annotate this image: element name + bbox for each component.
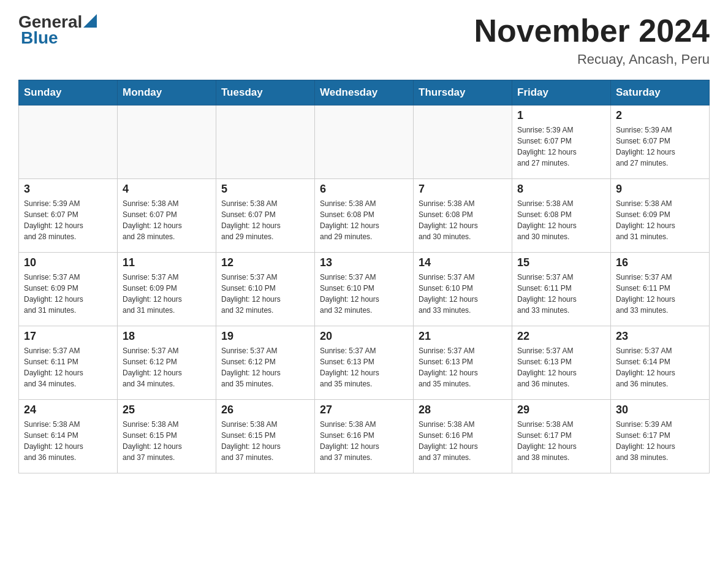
day-info: Sunrise: 5:37 AM Sunset: 6:09 PM Dayligh…	[24, 272, 112, 316]
day-info: Sunrise: 5:37 AM Sunset: 6:12 PM Dayligh…	[221, 345, 309, 389]
day-number: 2	[616, 109, 704, 122]
day-info: Sunrise: 5:39 AM Sunset: 6:07 PM Dayligh…	[24, 198, 112, 242]
day-info: Sunrise: 5:37 AM Sunset: 6:14 PM Dayligh…	[616, 345, 704, 389]
day-number: 13	[320, 256, 408, 269]
day-info: Sunrise: 5:37 AM Sunset: 6:10 PM Dayligh…	[419, 272, 507, 316]
calendar-cell: 22Sunrise: 5:37 AM Sunset: 6:13 PM Dayli…	[512, 326, 611, 400]
logo-triangle-icon	[83, 14, 97, 28]
week-row-1: 1Sunrise: 5:39 AM Sunset: 6:07 PM Daylig…	[19, 105, 710, 179]
day-info: Sunrise: 5:39 AM Sunset: 6:07 PM Dayligh…	[616, 124, 704, 169]
logo: General Blue	[18, 12, 97, 48]
day-number: 21	[419, 330, 507, 343]
day-number: 30	[616, 404, 704, 416]
calendar-cell: 19Sunrise: 5:37 AM Sunset: 6:12 PM Dayli…	[216, 326, 315, 400]
calendar-header-row: SundayMondayTuesdayWednesdayThursdayFrid…	[19, 80, 710, 105]
day-number: 9	[616, 183, 704, 196]
day-number: 15	[517, 256, 605, 269]
calendar-cell: 8Sunrise: 5:38 AM Sunset: 6:08 PM Daylig…	[512, 179, 611, 253]
calendar-cell: 27Sunrise: 5:38 AM Sunset: 6:16 PM Dayli…	[315, 400, 414, 473]
day-number: 16	[616, 256, 704, 269]
calendar-cell: 21Sunrise: 5:37 AM Sunset: 6:13 PM Dayli…	[414, 326, 512, 400]
calendar-title: November 2024	[474, 12, 710, 49]
day-number: 23	[616, 330, 704, 343]
day-info: Sunrise: 5:37 AM Sunset: 6:10 PM Dayligh…	[320, 272, 408, 316]
day-number: 28	[419, 404, 507, 416]
day-info: Sunrise: 5:37 AM Sunset: 6:09 PM Dayligh…	[123, 272, 211, 316]
calendar-title-area: November 2024 Recuay, Ancash, Peru	[474, 12, 710, 67]
calendar-cell: 30Sunrise: 5:39 AM Sunset: 6:17 PM Dayli…	[611, 400, 710, 473]
day-number: 29	[517, 404, 605, 416]
day-info: Sunrise: 5:37 AM Sunset: 6:11 PM Dayligh…	[616, 272, 704, 316]
calendar-cell: 2Sunrise: 5:39 AM Sunset: 6:07 PM Daylig…	[611, 105, 710, 179]
calendar-subtitle: Recuay, Ancash, Peru	[474, 52, 710, 67]
day-number: 14	[419, 256, 507, 269]
calendar-cell: 5Sunrise: 5:38 AM Sunset: 6:07 PM Daylig…	[216, 179, 315, 253]
calendar-cell: 3Sunrise: 5:39 AM Sunset: 6:07 PM Daylig…	[19, 179, 118, 253]
day-info: Sunrise: 5:38 AM Sunset: 6:08 PM Dayligh…	[517, 198, 605, 242]
day-of-week-header-sunday: Sunday	[19, 80, 118, 105]
calendar-cell: 23Sunrise: 5:37 AM Sunset: 6:14 PM Dayli…	[611, 326, 710, 400]
calendar-cell: 7Sunrise: 5:38 AM Sunset: 6:08 PM Daylig…	[414, 179, 512, 253]
day-info: Sunrise: 5:37 AM Sunset: 6:11 PM Dayligh…	[24, 345, 112, 389]
day-number: 8	[517, 183, 605, 196]
day-number: 20	[320, 330, 408, 343]
calendar-cell: 28Sunrise: 5:38 AM Sunset: 6:16 PM Dayli…	[414, 400, 512, 473]
day-info: Sunrise: 5:38 AM Sunset: 6:09 PM Dayligh…	[616, 198, 704, 242]
day-number: 17	[24, 330, 112, 343]
calendar-cell	[315, 105, 414, 179]
calendar-cell: 18Sunrise: 5:37 AM Sunset: 6:12 PM Dayli…	[118, 326, 216, 400]
day-info: Sunrise: 5:37 AM Sunset: 6:13 PM Dayligh…	[320, 345, 408, 389]
day-of-week-header-friday: Friday	[512, 80, 611, 105]
calendar-cell: 6Sunrise: 5:38 AM Sunset: 6:08 PM Daylig…	[315, 179, 414, 253]
day-number: 24	[24, 404, 112, 416]
calendar-cell: 1Sunrise: 5:39 AM Sunset: 6:07 PM Daylig…	[512, 105, 611, 179]
day-info: Sunrise: 5:38 AM Sunset: 6:08 PM Dayligh…	[419, 198, 507, 242]
week-row-4: 17Sunrise: 5:37 AM Sunset: 6:11 PM Dayli…	[19, 326, 710, 400]
calendar-cell	[414, 105, 512, 179]
day-number: 1	[517, 109, 605, 122]
day-info: Sunrise: 5:38 AM Sunset: 6:08 PM Dayligh…	[320, 198, 408, 242]
page-header: General Blue November 2024 Recuay, Ancas…	[18, 12, 710, 67]
day-of-week-header-thursday: Thursday	[414, 80, 512, 105]
day-of-week-header-monday: Monday	[118, 80, 216, 105]
calendar-cell	[19, 105, 118, 179]
calendar-cell: 26Sunrise: 5:38 AM Sunset: 6:15 PM Dayli…	[216, 400, 315, 473]
day-number: 19	[221, 330, 309, 343]
calendar-cell: 4Sunrise: 5:38 AM Sunset: 6:07 PM Daylig…	[118, 179, 216, 253]
day-info: Sunrise: 5:37 AM Sunset: 6:10 PM Dayligh…	[221, 272, 309, 316]
logo-blue-text: Blue	[21, 28, 58, 48]
day-info: Sunrise: 5:38 AM Sunset: 6:07 PM Dayligh…	[221, 198, 309, 242]
day-number: 27	[320, 404, 408, 416]
day-of-week-header-saturday: Saturday	[611, 80, 710, 105]
svg-marker-0	[83, 14, 97, 28]
calendar-cell: 15Sunrise: 5:37 AM Sunset: 6:11 PM Dayli…	[512, 253, 611, 326]
day-number: 6	[320, 183, 408, 196]
day-number: 4	[123, 183, 211, 196]
day-number: 12	[221, 256, 309, 269]
day-number: 22	[517, 330, 605, 343]
calendar-cell	[118, 105, 216, 179]
day-number: 18	[123, 330, 211, 343]
calendar-cell: 17Sunrise: 5:37 AM Sunset: 6:11 PM Dayli…	[19, 326, 118, 400]
day-info: Sunrise: 5:38 AM Sunset: 6:15 PM Dayligh…	[221, 419, 309, 463]
day-info: Sunrise: 5:37 AM Sunset: 6:11 PM Dayligh…	[517, 272, 605, 316]
day-info: Sunrise: 5:37 AM Sunset: 6:12 PM Dayligh…	[123, 345, 211, 389]
day-info: Sunrise: 5:38 AM Sunset: 6:16 PM Dayligh…	[419, 419, 507, 463]
calendar-cell: 24Sunrise: 5:38 AM Sunset: 6:14 PM Dayli…	[19, 400, 118, 473]
calendar-cell: 25Sunrise: 5:38 AM Sunset: 6:15 PM Dayli…	[118, 400, 216, 473]
calendar-table: SundayMondayTuesdayWednesdayThursdayFrid…	[18, 80, 710, 473]
calendar-cell: 29Sunrise: 5:38 AM Sunset: 6:17 PM Dayli…	[512, 400, 611, 473]
day-number: 11	[123, 256, 211, 269]
calendar-cell: 13Sunrise: 5:37 AM Sunset: 6:10 PM Dayli…	[315, 253, 414, 326]
week-row-5: 24Sunrise: 5:38 AM Sunset: 6:14 PM Dayli…	[19, 400, 710, 473]
day-info: Sunrise: 5:38 AM Sunset: 6:16 PM Dayligh…	[320, 419, 408, 463]
calendar-cell: 12Sunrise: 5:37 AM Sunset: 6:10 PM Dayli…	[216, 253, 315, 326]
calendar-cell: 16Sunrise: 5:37 AM Sunset: 6:11 PM Dayli…	[611, 253, 710, 326]
day-info: Sunrise: 5:38 AM Sunset: 6:17 PM Dayligh…	[517, 419, 605, 463]
day-info: Sunrise: 5:37 AM Sunset: 6:13 PM Dayligh…	[419, 345, 507, 389]
day-number: 25	[123, 404, 211, 416]
calendar-cell: 11Sunrise: 5:37 AM Sunset: 6:09 PM Dayli…	[118, 253, 216, 326]
day-info: Sunrise: 5:39 AM Sunset: 6:07 PM Dayligh…	[517, 124, 605, 169]
day-number: 10	[24, 256, 112, 269]
day-number: 26	[221, 404, 309, 416]
